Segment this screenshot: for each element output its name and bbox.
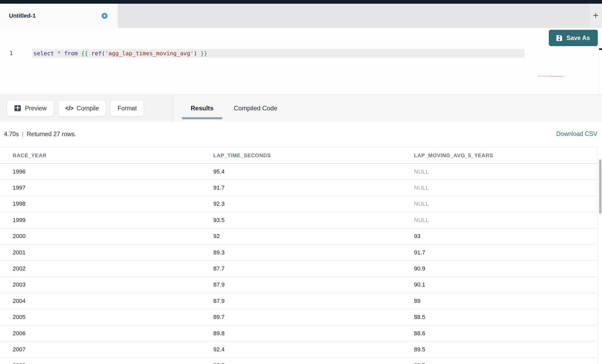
table-cell: 1998 xyxy=(0,200,201,207)
editor-actions: Preview </> Compile Format xyxy=(0,95,173,122)
preview-label: Preview xyxy=(25,105,47,112)
column-header: LAP_TIME_SECONDS xyxy=(201,153,401,159)
table-cell: 89.7 xyxy=(201,314,401,321)
compile-label: Compile xyxy=(77,105,99,112)
result-tabs: Results Compiled Code xyxy=(173,95,283,122)
table-cell: 2005 xyxy=(0,314,201,321)
table-cell: 88.6 xyxy=(401,330,598,337)
tab-results[interactable]: Results xyxy=(182,95,222,122)
code-token: select xyxy=(538,75,541,77)
editor-scrollbar-track xyxy=(598,28,599,95)
column-header: RACE_YEAR xyxy=(0,153,201,159)
table-header-row: RACE_YEARLAP_TIME_SECONDSLAP_MOVING_AVG_… xyxy=(0,147,598,164)
code-token: ( xyxy=(102,50,105,57)
table-grid-icon xyxy=(14,104,22,112)
table-row: 199791.7NULL xyxy=(0,180,598,196)
results-table: RACE_YEARLAP_TIME_SECONDSLAP_MOVING_AVG_… xyxy=(0,147,598,364)
table-cell: 88.5 xyxy=(401,314,598,321)
results-scrollbar-track xyxy=(598,147,598,364)
table-cell: 89.3 xyxy=(201,249,401,256)
results-scrollbar-thumb[interactable] xyxy=(599,159,601,214)
table-cell: 2001 xyxy=(0,249,201,256)
toolbar: Preview </> Compile Format Results Compi… xyxy=(0,95,602,122)
code-token: select xyxy=(33,50,54,57)
table-cell: 89.8 xyxy=(201,330,401,337)
floppy-disk-icon xyxy=(556,35,563,42)
save-as-button[interactable]: Save As xyxy=(549,30,598,46)
code-token: ref xyxy=(91,50,102,57)
format-button[interactable]: Format xyxy=(110,100,144,116)
code-token xyxy=(61,50,64,57)
table-row: 199695.4NULL xyxy=(0,164,598,180)
table-cell: 2006 xyxy=(0,330,201,337)
table-cell: 90.9 xyxy=(401,265,598,272)
table-cell: 2002 xyxy=(0,265,201,272)
table-cell: 92.3 xyxy=(201,200,401,207)
table-cell: 92.4 xyxy=(201,346,401,353)
table-cell: 92 xyxy=(201,233,401,240)
sql-editor[interactable]: 1 select * from {{ ref('agg_lap_times_mo… xyxy=(0,28,602,95)
table-cell: 2000 xyxy=(0,233,201,240)
table-row: 200487.989 xyxy=(0,293,598,309)
code-brackets-icon: </> xyxy=(65,105,73,112)
table-cell: 93.5 xyxy=(201,217,401,224)
table-cell: 89.5 xyxy=(401,346,598,353)
table-row: 199993.5NULL xyxy=(0,212,598,228)
new-tab-button[interactable]: + xyxy=(589,4,602,28)
code-token: 'agg_lap_times_moving_avg' xyxy=(549,75,563,77)
tab-compiled-code[interactable]: Compiled Code xyxy=(229,95,283,122)
table-cell: 90.5 xyxy=(401,362,598,364)
tab-label: Untitled-1 xyxy=(9,12,36,19)
table-body: 199695.4NULL199791.7NULL199892.3NULL1999… xyxy=(0,164,598,364)
table-cell: 87.9 xyxy=(201,298,401,304)
table-row: 20009293 xyxy=(0,229,598,245)
table-row: 200189.391.7 xyxy=(0,245,598,261)
table-cell: 2008 xyxy=(0,362,201,364)
table-row: 200689.888.6 xyxy=(0,326,598,342)
table-cell: 1999 xyxy=(0,217,201,224)
table-cell: 92.5 xyxy=(201,362,401,364)
table-cell: 2004 xyxy=(0,298,201,304)
table-row: 200589.788.5 xyxy=(0,309,598,326)
table-row: 200287.790.9 xyxy=(0,261,598,277)
table-cell: 89 xyxy=(401,298,598,304)
table-cell: 1997 xyxy=(0,184,201,191)
table-cell: 2003 xyxy=(0,281,201,288)
file-tab-bar: Untitled-1 + xyxy=(0,4,602,28)
code-token xyxy=(88,50,91,57)
table-row: 200792.489.5 xyxy=(0,342,598,358)
table-row: 199892.3NULL xyxy=(0,196,598,212)
table-cell: NULL xyxy=(401,168,598,175)
app-top-bar xyxy=(0,0,602,4)
result-tabs-zone: Results Compiled Code xyxy=(173,95,602,122)
table-cell: 1996 xyxy=(0,168,201,175)
query-status: 4.70s | Returned 27 rows. xyxy=(4,130,76,138)
code-token xyxy=(78,50,81,57)
table-cell: 2007 xyxy=(0,346,201,353)
table-cell: 93 xyxy=(401,233,598,240)
preview-button[interactable]: Preview xyxy=(7,100,54,116)
line-number: 1 xyxy=(9,50,13,56)
save-as-label: Save As xyxy=(566,35,590,42)
minimap: select * from {{ ref('agg_lap_times_movi… xyxy=(538,75,565,77)
results-tab-label: Results xyxy=(191,105,214,112)
tab-untitled-1[interactable]: Untitled-1 xyxy=(0,4,118,28)
unsaved-changes-dot-icon xyxy=(102,13,107,19)
format-label: Format xyxy=(117,105,137,112)
download-csv-link[interactable]: Download CSV xyxy=(556,130,597,137)
table-cell: 90.1 xyxy=(401,281,598,288)
code-token xyxy=(54,50,57,57)
code-token: from xyxy=(64,50,78,57)
table-cell: 87.9 xyxy=(201,281,401,288)
compiled-code-tab-label: Compiled Code xyxy=(234,105,277,112)
table-cell: 95.4 xyxy=(201,168,401,175)
table-row: 200387.990.1 xyxy=(0,277,598,293)
table-cell: 91.7 xyxy=(201,184,401,191)
code-token: * xyxy=(57,50,61,57)
table-cell: NULL xyxy=(401,184,598,191)
code-line[interactable]: select * from {{ ref('agg_lap_times_movi… xyxy=(33,50,207,57)
compile-button[interactable]: </> Compile xyxy=(58,100,106,116)
code-token: }} xyxy=(564,75,565,77)
code-token: 'agg_lap_times_moving_avg' xyxy=(105,50,194,57)
column-header: LAP_MOVING_AVG_5_YEARS xyxy=(401,153,598,159)
